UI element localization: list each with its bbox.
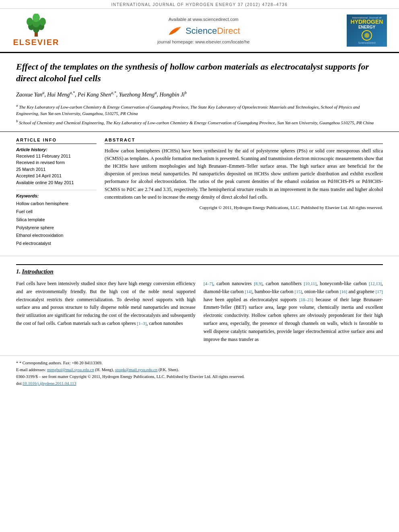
footnote-star-icon: * [16,361,18,365]
email-shen-name: (P.K. Shen). [158,368,179,372]
sciencedirect-leaf-icon [167,25,183,37]
history-label: Article history: [16,147,97,152]
issn-note: 0360-3199/$ – see front matter Copyright… [16,374,383,380]
revised-label: Received in revised form [16,159,97,166]
elsevier-logo: ELSEVIER [12,14,60,47]
page-footer: * * Corresponding authors. Fax: +86 20 8… [0,355,399,391]
svg-point-6 [39,18,46,26]
corresponding-text: * Corresponding authors. Fax: +86 20 841… [19,361,103,365]
ref-15[interactable]: [15] [294,289,302,294]
intro-right-column: [4–7], carbon nanowires [8,9], carbon na… [204,280,383,343]
author-peikang: Pei Kang Shena,* [78,92,116,98]
section-title: Introduction [22,268,53,275]
authors-line: Zaoxue Yana, Hui Menga,*, Pei Kang Shena… [16,90,383,98]
sd-science-text: Science [185,26,217,36]
section-header: 1. Introduction [16,264,383,275]
corresponding-note: * * Corresponding authors. Fax: +86 20 8… [16,360,383,367]
author-yuezhong: Yuezhong Menga [119,92,157,98]
ref-18-23[interactable]: [18–23] [299,297,313,302]
svg-point-9 [364,33,369,38]
available-date: Available online 20 May 2011 [16,179,97,186]
article-info-panel: ARTICLE INFO Article history: Received 1… [16,138,97,248]
section-number: 1. [16,268,21,275]
abstract-copyright: Copyright © 2011, Hydrogen Energy Public… [105,204,383,211]
doi-link[interactable]: 10.1016/j.ijhydene.2011.04.113 [23,381,76,386]
journal-cover-decoration-icon [357,29,377,41]
abstract-header: ABSTRACT [105,138,383,144]
keyword-4: Polystyrene sphere [16,224,97,232]
intro-right-text: [4–7], carbon nanowires [8,9], carbon na… [204,280,383,343]
journal-cover-energy: ENERGY [358,25,375,29]
available-text: Available at www.sciencedirect.com [60,17,347,22]
ref-12-13[interactable]: [12,13] [369,281,382,286]
ref-16[interactable]: [16] [340,289,347,294]
accepted-date: Accepted 14 April 2011 [16,173,97,179]
doi-note: doi:10.1016/j.ijhydene.2011.04.113 [16,380,383,387]
svg-point-5 [27,18,33,26]
keywords-section: Keywords: Hollow carbon hemisphere Fuel … [16,190,97,248]
keyword-2: Fuel cell [16,208,97,216]
email-text: E-mail addresses: [16,368,47,372]
journal-cover: International Journal of HYDROGEN ENERGY… [347,14,387,47]
sciencedirect-text: ScienceDirect [185,26,240,36]
svg-point-7 [33,14,40,22]
intro-left-column: Fuel cells have been intensively studied… [16,280,195,343]
intro-columns: Fuel cells have been intensively studied… [16,280,383,343]
journal-header-text: INTERNATIONAL JOURNAL OF HYDROGEN ENERGY… [111,2,288,7]
received-date: Received 11 February 2011 [16,153,97,160]
keyword-5: Ethanol electrooxidation [16,232,97,240]
header-center: Available at www.sciencedirect.com Scien… [60,17,347,44]
journal-homepage: journal homepage: www.elsevier.com/locat… [60,39,347,44]
intro-left-text: Fuel cells have been intensively studied… [16,280,195,328]
journal-header-bar: INTERNATIONAL JOURNAL OF HYDROGEN ENERGY… [0,0,399,9]
ref-14[interactable]: [14] [245,289,252,294]
article-title-section: Effect of the templates on the synthesis… [0,53,399,132]
journal-cover-hydrogen: HYDROGEN [351,19,383,25]
ref-17[interactable]: [17] [376,289,383,294]
email-note: E-mail addresses: menghui@mail.sysu.edu.… [16,367,383,374]
author-hongbin: Hongbin Jib [159,92,187,98]
affiliation-b: b School of Chemistry and Chemical Engin… [16,119,383,126]
publisher-header: ELSEVIER Available at www.sciencedirect.… [0,9,399,53]
article-info-header: ARTICLE INFO [16,138,97,144]
email-hui-name: (H. Meng), [95,368,115,372]
keywords-label: Keywords: [16,190,97,198]
author-hui: Hui Menga,* [47,92,75,98]
introduction-section: 1. Introduction Fuel cells have been int… [0,256,399,347]
history-section: Article history: Received 11 February 20… [16,147,97,186]
abstract-section: ABSTRACT Hollow carbon hemispheres (HCHS… [105,138,383,248]
keyword-1: Hollow carbon hemisphere [16,200,97,208]
article-body: ARTICLE INFO Article history: Received 1… [0,132,399,256]
keyword-3: Silica template [16,216,97,224]
affiliation-a: a The Key Laboratory of Low-carbon Chemi… [16,103,383,117]
author-zaoxue: Zaoxue Yana [16,92,44,98]
elsevier-tree-icon [20,14,52,38]
sd-direct-text: Direct [217,26,240,36]
keyword-6: Pd electrocatalyst [16,240,97,248]
ref-4-7[interactable]: [4–7] [204,281,213,286]
doi-label: doi: [16,381,23,386]
elsevier-wordmark: ELSEVIER [13,38,60,47]
sciencedirect-logo: ScienceDirect [60,25,347,37]
ref-10-11[interactable]: [10,11] [304,281,317,286]
journal-cover-sd-label: ScienceDirect [358,41,375,44]
ref-8-9[interactable]: [8,9] [254,281,262,286]
abstract-text: Hollow carbon hemispheres (HCHSs) have b… [105,147,383,201]
revised-date: 25 March 2011 [16,166,97,173]
ref-1-3[interactable]: [1–3] [137,321,147,326]
article-title: Effect of the templates on the synthesis… [16,61,383,84]
email-link-hui[interactable]: menghui@mail.sysu.edu.cn [47,368,94,372]
email-link-shen[interactable]: stsspk@mail.sysu.edu.cn [115,368,158,372]
